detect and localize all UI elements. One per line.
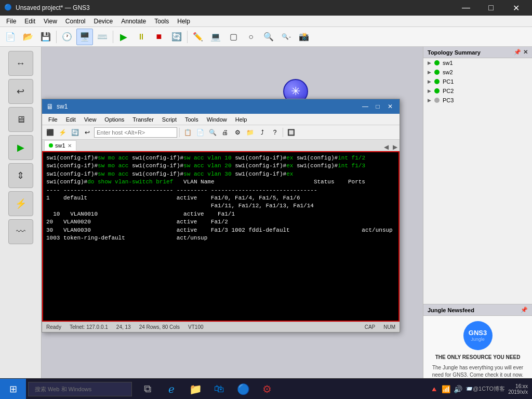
term-close[interactable]: ✕ bbox=[385, 101, 395, 112]
jungle-desc: The Jungle has everything you will ever … bbox=[429, 364, 527, 379]
tool-connect[interactable]: ⚡ bbox=[8, 191, 33, 216]
panel-pin[interactable]: 📌 bbox=[514, 49, 521, 56]
tray-arrow[interactable]: 🔺 bbox=[430, 385, 438, 393]
term-maximize[interactable]: □ bbox=[373, 101, 383, 112]
pause-button[interactable]: ⏸ bbox=[133, 29, 150, 45]
chevron-pc1: ▶ bbox=[428, 79, 431, 84]
topology-item-pc3[interactable]: ▶ PC3 bbox=[423, 96, 532, 105]
tray-network[interactable]: 📶 bbox=[442, 385, 450, 393]
minimize-button[interactable]: — bbox=[454, 0, 478, 16]
term-host-input[interactable] bbox=[94, 127, 177, 138]
edit-button[interactable]: ✏️ bbox=[190, 29, 206, 45]
device-button[interactable]: 💻 bbox=[207, 29, 224, 45]
rect-button[interactable]: ▢ bbox=[225, 29, 242, 45]
taskbar-edge[interactable]: ℯ bbox=[160, 379, 183, 400]
menu-annotate[interactable]: Annotate bbox=[117, 17, 150, 26]
close-button[interactable]: ✕ bbox=[504, 0, 528, 16]
term-minimize[interactable]: — bbox=[360, 101, 370, 112]
new-project-button[interactable]: 📄 bbox=[2, 29, 19, 45]
term-title-bar: 🖥 sw1 — □ ✕ bbox=[42, 99, 400, 114]
tab-close-btn[interactable]: ✕ bbox=[68, 143, 72, 149]
term-menu-edit[interactable]: Edit bbox=[62, 115, 80, 124]
menu-file[interactable]: File bbox=[2, 17, 20, 26]
term-tb-print[interactable]: 🖨 bbox=[219, 127, 231, 138]
term-tb-jump[interactable]: ⤴ bbox=[257, 127, 268, 138]
node-name-sw1: sw1 bbox=[443, 60, 453, 66]
status-terminal: VT100 bbox=[188, 324, 203, 330]
console-button[interactable]: ⌨️ bbox=[94, 29, 111, 45]
open-button[interactable]: 📂 bbox=[20, 29, 36, 45]
zoom-in-button[interactable]: 🔍 bbox=[260, 29, 277, 45]
zoom-out-button[interactable]: 🔍- bbox=[278, 29, 295, 45]
taskbar: ⊞ ⧉ ℯ 📁 🛍 🔵 ⚙ 🔺 📶 🔊 📨@1CTO博客 16:xx2019/x… bbox=[0, 378, 532, 399]
term-tb-help[interactable]: ? bbox=[269, 127, 281, 138]
maximize-button[interactable]: □ bbox=[479, 0, 503, 16]
term-tb-reconnect[interactable]: 🔄 bbox=[69, 127, 81, 138]
taskbar-task-view[interactable]: ⧉ bbox=[136, 379, 159, 400]
term-tb-sftp[interactable]: 📁 bbox=[244, 127, 256, 138]
term-tb-back[interactable]: ↩ bbox=[82, 127, 93, 138]
menu-view[interactable]: View bbox=[39, 17, 61, 26]
tab-label: sw1 bbox=[55, 142, 65, 149]
tab-nav-left[interactable]: ◀ bbox=[382, 143, 391, 151]
term-menu-file[interactable]: File bbox=[44, 115, 62, 124]
menu-control[interactable]: Control bbox=[61, 17, 90, 26]
tray-message[interactable]: 📨@1CTO博客 bbox=[466, 385, 505, 393]
taskbar-store[interactable]: 🛍 bbox=[208, 379, 231, 400]
start-button[interactable]: ⊞ bbox=[0, 379, 26, 400]
taskbar-items: ⧉ ℯ 📁 🛍 🔵 ⚙ bbox=[134, 379, 425, 400]
term-menu-transfer[interactable]: Transfer bbox=[128, 115, 158, 124]
taskbar-chrome[interactable]: 🔵 bbox=[232, 379, 255, 400]
tray-volume[interactable]: 🔊 bbox=[454, 385, 462, 393]
term-tb-find[interactable]: 🔍 bbox=[207, 127, 218, 138]
term-tb-quick[interactable]: ⚡ bbox=[57, 127, 68, 138]
save-button[interactable]: 💾 bbox=[37, 29, 54, 45]
search-input[interactable] bbox=[28, 382, 132, 396]
ellipse-button[interactable]: ○ bbox=[243, 29, 259, 45]
tab-nav-right[interactable]: ▶ bbox=[391, 143, 400, 151]
term-tb-extra[interactable]: 🔲 bbox=[285, 127, 297, 138]
menu-edit[interactable]: Edit bbox=[20, 17, 39, 26]
term-menu-script[interactable]: Script bbox=[158, 115, 181, 124]
tool-select[interactable]: ↔ bbox=[8, 51, 33, 76]
term-tab-sw1[interactable]: sw1 ✕ bbox=[44, 140, 76, 151]
screenshot-button[interactable]: 📸 bbox=[296, 29, 312, 45]
topology-item-sw2[interactable]: ▶ sw2 bbox=[423, 68, 532, 77]
menu-tools[interactable]: Tools bbox=[150, 17, 173, 26]
term-tb-settings[interactable]: ⚙ bbox=[232, 127, 243, 138]
term-menu-help[interactable]: Help bbox=[231, 115, 251, 124]
dot-pc3 bbox=[434, 98, 440, 103]
tool-updown[interactable]: ⇕ bbox=[8, 163, 33, 188]
jungle-pin[interactable]: 📌 bbox=[521, 307, 528, 313]
term-menu-options[interactable]: Options bbox=[100, 115, 128, 124]
term-tb-copy[interactable]: 📋 bbox=[182, 127, 193, 138]
taskbar-explorer[interactable]: 📁 bbox=[184, 379, 207, 400]
term-menu-window[interactable]: Window bbox=[203, 115, 231, 124]
tool-play[interactable]: ▶ bbox=[8, 135, 33, 160]
term-tb-paste[interactable]: 📄 bbox=[194, 127, 206, 138]
chevron-sw1: ▶ bbox=[428, 60, 431, 65]
left-sidebar: ↔ ↩ 🖥 ▶ ⇕ ⚡ 〰 bbox=[0, 47, 42, 399]
system-time[interactable]: 16:xx2019/x/x bbox=[508, 383, 528, 395]
term-menu-tools[interactable]: Tools bbox=[181, 115, 203, 124]
topology-item-pc2[interactable]: ▶ PC2 bbox=[423, 86, 532, 96]
term-menu-view[interactable]: View bbox=[80, 115, 101, 124]
menu-device[interactable]: Device bbox=[90, 17, 117, 26]
term-tb-new[interactable]: ⬛ bbox=[44, 127, 56, 138]
topology-item-pc1[interactable]: ▶ PC1 bbox=[423, 77, 532, 86]
tool-console[interactable]: 🖥 bbox=[8, 107, 33, 132]
topology-item-sw1[interactable]: ▶ sw1 bbox=[423, 58, 532, 68]
tool-note[interactable]: 〰 bbox=[8, 219, 33, 244]
reload-button[interactable]: 🔄 bbox=[168, 29, 185, 45]
panel-close[interactable]: ✕ bbox=[523, 49, 528, 56]
stop-button[interactable]: ■ bbox=[151, 29, 167, 45]
taskbar-gns3[interactable]: ⚙ bbox=[256, 379, 278, 400]
tool-back[interactable]: ↩ bbox=[8, 79, 33, 104]
menu-help[interactable]: Help bbox=[173, 17, 194, 26]
term-toolbar: ⬛ ⚡ 🔄 ↩ 📋 📄 🔍 🖨 ⚙ 📁 ⤴ ? 🔲 bbox=[42, 125, 400, 140]
term-output[interactable]: sw1(config-if)#sw mo acc sw1(config-if)#… bbox=[43, 152, 398, 321]
topology-button[interactable]: 🖥️ bbox=[76, 29, 93, 45]
app-icon: 🔵 bbox=[4, 4, 12, 12]
play-button[interactable]: ▶ bbox=[115, 29, 132, 45]
recent-button[interactable]: 🕐 bbox=[59, 29, 75, 45]
